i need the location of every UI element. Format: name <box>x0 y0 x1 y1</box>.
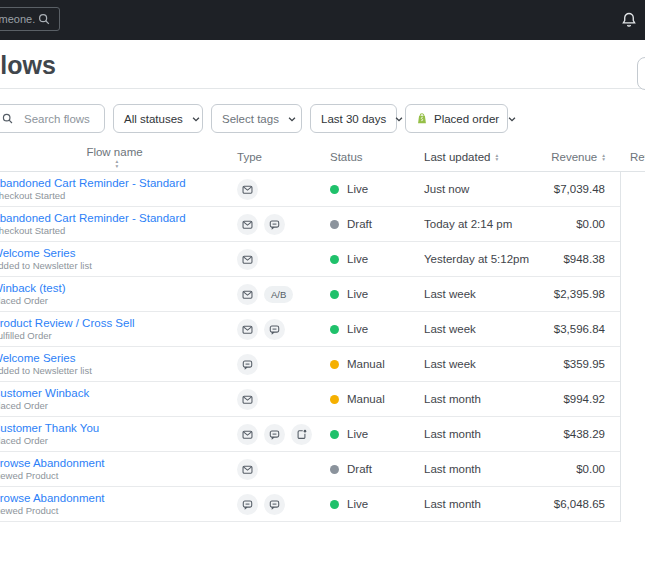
flow-name-link[interactable]: Customer Winback <box>0 387 237 399</box>
status-label: Live <box>347 498 368 510</box>
last-updated-value: Last month <box>424 452 544 487</box>
email-icon <box>237 319 258 340</box>
create-flow-button[interactable] <box>637 57 645 90</box>
flow-name-link[interactable]: Browse Abandonment <box>0 457 237 469</box>
status-label: Live <box>347 288 368 300</box>
table-row: Welcome Series Added to Newsletter list … <box>0 242 645 277</box>
global-search-box[interactable] <box>0 7 60 31</box>
last-updated-value: Last week <box>424 312 544 347</box>
date-range-dropdown[interactable]: Last 30 days <box>310 104 397 133</box>
push-icon <box>291 424 312 445</box>
sms-icon <box>237 494 258 515</box>
flow-name-link[interactable]: Product Review / Cross Sell <box>0 317 237 329</box>
flow-name-link[interactable]: Browse Abandonment <box>0 492 237 504</box>
status-dot <box>330 325 339 334</box>
table-row: Product Review / Cross Sell Fulfilled Or… <box>0 312 645 347</box>
table-row: Welcome Series Added to Newsletter list … <box>0 347 645 382</box>
flow-trigger-label: Viewed Product <box>0 470 237 481</box>
revenue-value: $6,048.65 <box>544 487 620 522</box>
flow-trigger-label: Checkout Started <box>0 225 237 236</box>
last-updated-value: Last month <box>424 382 544 417</box>
revenue-value: $359.95 <box>544 347 620 382</box>
chevron-down-icon <box>191 114 201 124</box>
table-row: Abandoned Cart Reminder - Standard Check… <box>0 207 645 242</box>
table-row: Abandoned Cart Reminder - Standard Check… <box>0 172 645 207</box>
status-filter-value: All statuses <box>124 113 183 125</box>
column-header-last-updated[interactable]: Last updated ▴▾ <box>424 151 544 163</box>
revenue2-cell <box>620 347 645 382</box>
sms-icon <box>264 424 285 445</box>
ab-test-badge: A/B <box>264 286 293 303</box>
flow-type-icons <box>237 382 330 417</box>
flows-search-input[interactable] <box>22 112 96 126</box>
top-navigation-bar <box>0 0 645 40</box>
status-filter-dropdown[interactable]: All statuses <box>113 104 203 133</box>
sms-icon <box>237 354 258 375</box>
date-range-value: Last 30 days <box>321 113 386 125</box>
table-header: Flow name ▴▾ Type Status Last updated ▴▾… <box>0 143 645 172</box>
revenue-value: $438.29 <box>544 417 620 452</box>
flow-type-icons <box>237 172 330 207</box>
sms-icon <box>264 214 285 235</box>
status-dot <box>330 185 339 194</box>
flow-name-link[interactable]: Abandoned Cart Reminder - Standard <box>0 212 237 224</box>
sort-icon: ▴▾ <box>496 153 499 162</box>
status-label: Live <box>347 253 368 265</box>
flow-name-link[interactable]: Welcome Series <box>0 247 237 259</box>
email-icon <box>237 424 258 445</box>
flow-name-link[interactable]: Customer Thank You <box>0 422 237 434</box>
column-header-revenue[interactable]: Revenue ▴▾ <box>544 151 620 163</box>
revenue-value: $994.92 <box>544 382 620 417</box>
status-dot <box>330 220 339 229</box>
shopify-bag-icon <box>416 112 428 125</box>
flow-name-link[interactable]: Winback (test) <box>0 282 237 294</box>
sms-icon <box>264 319 285 340</box>
flow-trigger-label: Placed Order <box>0 295 237 306</box>
conversion-metric-dropdown[interactable]: Placed order <box>405 104 508 133</box>
table-row: Browse Abandonment Viewed Product Live L… <box>0 487 645 522</box>
status-dot <box>330 395 339 404</box>
sort-icon: ▴▾ <box>602 153 605 162</box>
flow-type-icons <box>237 242 330 277</box>
flow-type-icons <box>237 487 330 522</box>
revenue-value: $7,039.48 <box>544 172 620 207</box>
notifications-bell-icon[interactable] <box>620 11 638 29</box>
flow-type-icons: A/B <box>237 277 330 312</box>
status-label: Live <box>347 428 368 440</box>
flow-type-icons <box>237 417 330 452</box>
status-label: Draft <box>347 218 372 230</box>
flow-trigger-label: Placed Order <box>0 435 237 446</box>
last-updated-value: Just now <box>424 172 544 207</box>
email-icon <box>237 179 258 200</box>
status-label: Live <box>347 183 368 195</box>
flow-trigger-label: Added to Newsletter list <box>0 365 237 376</box>
flow-name-link[interactable]: Abandoned Cart Reminder - Standard <box>0 177 237 189</box>
column-header-flow-name[interactable]: Flow name ▴▾ <box>0 146 237 168</box>
email-icon <box>237 249 258 270</box>
status-dot <box>330 430 339 439</box>
flows-search-box[interactable] <box>0 104 105 133</box>
last-updated-value: Last week <box>424 277 544 312</box>
flow-trigger-label: Placed Order <box>0 400 237 411</box>
global-search-input[interactable] <box>0 12 37 26</box>
flow-type-icons <box>237 312 330 347</box>
last-updated-value: Last month <box>424 487 544 522</box>
flow-trigger-label: Added to Newsletter list <box>0 260 237 271</box>
page-title: Flows <box>0 50 645 80</box>
flows-table-body: Abandoned Cart Reminder - Standard Check… <box>0 172 645 522</box>
flows-page: Flows All statuses Select tags <box>0 40 645 522</box>
revenue2-cell <box>620 312 645 347</box>
flow-name-link[interactable]: Welcome Series <box>0 352 237 364</box>
flow-trigger-label: Checkout Started <box>0 190 237 201</box>
flow-type-icons <box>237 452 330 487</box>
tags-filter-dropdown[interactable]: Select tags <box>211 104 302 133</box>
flow-type-icons <box>237 347 330 382</box>
email-icon <box>237 214 258 235</box>
flow-type-icons <box>237 207 330 242</box>
revenue2-cell <box>620 382 645 417</box>
last-updated-value: Yesterday at 5:12pm <box>424 242 544 277</box>
status-dot <box>330 465 339 474</box>
sms-icon <box>264 494 285 515</box>
email-icon <box>237 389 258 410</box>
status-label: Manual <box>347 358 385 370</box>
